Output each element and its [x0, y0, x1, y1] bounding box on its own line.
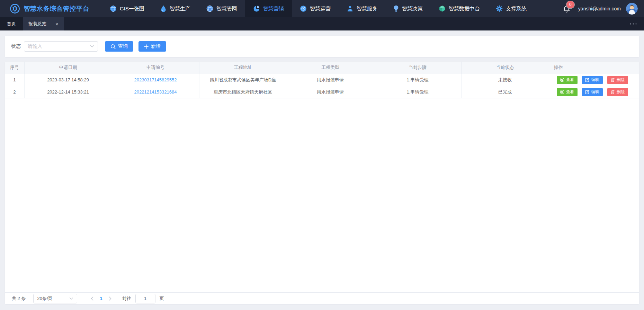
ellipsis-icon — [629, 23, 637, 25]
trash-icon — [610, 90, 615, 94]
chevron-down-icon — [90, 45, 94, 48]
nav-item-smart-marketing[interactable]: 智慧营销 — [245, 0, 292, 17]
nav-item-label: 智慧决策 — [402, 6, 423, 12]
nav-menu: GIS一张图智慧生产智慧管网智慧营销智慧运营智慧服务智慧决策智慧数据中台支撑系统 — [102, 0, 535, 17]
search-button[interactable]: 查询 — [105, 41, 133, 52]
table-wrap: 序号申请日期申请编号工程地址工程类型当前步骤当前状态操作 12023-03-17… — [5, 62, 639, 292]
apply-no-cell: 20221214153321684 — [112, 86, 199, 98]
delete-button-label: 删除 — [617, 89, 625, 95]
applications-table: 序号申请日期申请编号工程地址工程类型当前步骤当前状态操作 12023-03-17… — [5, 62, 639, 98]
step-cell: 1.申请受理 — [374, 86, 461, 98]
pagination-bar: 共 2 条 20条/页 1 前往 页 — [5, 292, 639, 304]
user-email[interactable]: yanshi@admin.com — [578, 6, 621, 11]
view-button[interactable]: 查看 — [557, 88, 578, 96]
tab-home[interactable]: 首页 — [0, 17, 23, 30]
close-icon[interactable]: × — [55, 21, 59, 27]
chevron-down-icon — [69, 297, 73, 300]
column-header: 申请日期 — [24, 62, 112, 74]
nav-item-support-system[interactable]: 支撑系统 — [488, 0, 535, 17]
user-avatar[interactable] — [626, 3, 638, 15]
edit-button[interactable]: 编辑 — [582, 76, 603, 84]
operation-ring-icon — [300, 5, 307, 12]
pie-chart-icon — [253, 5, 260, 12]
column-header: 申请编号 — [112, 62, 199, 74]
status-select[interactable]: 请输入 — [24, 41, 98, 52]
add-button[interactable]: 新增 — [138, 41, 166, 52]
nav-item-label: 智慧运营 — [310, 6, 331, 12]
notification-badge: 0 — [566, 1, 574, 8]
eye-icon — [560, 78, 564, 82]
table-row: 22022-12-14 15:33:2120221214153321684重庆市… — [5, 86, 639, 98]
column-header: 当前状态 — [461, 62, 549, 74]
cube-icon — [439, 5, 446, 12]
edit-icon — [585, 90, 590, 94]
lightbulb-icon — [393, 5, 399, 12]
nav-item-smart-pipe-network[interactable]: 智慧管网 — [198, 0, 245, 17]
address-cell: 重庆市北碚区天府镇天府社区 — [199, 86, 287, 98]
edit-icon — [585, 78, 590, 82]
app-logo-icon — [10, 3, 20, 14]
nav-right: 0 yanshi@admin.com — [563, 0, 644, 17]
table-card: 序号申请日期申请编号工程地址工程类型当前步骤当前状态操作 12023-03-17… — [5, 62, 639, 304]
row-index: 2 — [5, 86, 24, 98]
nav-item-smart-production[interactable]: 智慧生产 — [152, 0, 198, 17]
apply-no-cell: 20230317145829552 — [112, 74, 199, 86]
tab-install-overview[interactable]: 报装总览× — [23, 17, 64, 30]
network-globe-icon — [206, 5, 213, 12]
total-count: 共 2 条 — [12, 295, 26, 302]
row-index: 1 — [5, 74, 24, 86]
status-label: 状态 — [11, 43, 21, 50]
view-button[interactable]: 查看 — [557, 76, 578, 84]
nav-item-label: 支撑系统 — [506, 6, 527, 12]
apply-no-link[interactable]: 20230317145829552 — [134, 77, 177, 82]
table-header-row: 序号申请日期申请编号工程地址工程类型当前步骤当前状态操作 — [5, 62, 639, 74]
nav-item-smart-data-platform[interactable]: 智慧数据中台 — [431, 0, 488, 17]
page-size-select[interactable]: 20条/页 — [33, 294, 77, 303]
delete-button[interactable]: 删除 — [607, 88, 628, 96]
edit-button[interactable]: 编辑 — [582, 88, 603, 96]
address-cell: 四川省成都市武侯区美年广场D座 — [199, 74, 287, 86]
goto-label: 前往 — [122, 295, 131, 302]
tab-bar: 首页报装总览× — [0, 17, 644, 30]
eye-icon — [560, 90, 564, 94]
tab-overflow-button[interactable] — [629, 23, 637, 25]
droplet-icon — [160, 5, 167, 12]
delete-button-label: 删除 — [617, 77, 625, 83]
nav-item-label: 智慧服务 — [357, 6, 377, 12]
prev-page-button[interactable] — [86, 296, 98, 301]
trash-icon — [610, 78, 615, 82]
notification-bell-icon[interactable]: 0 — [563, 5, 570, 13]
chevron-right-icon — [109, 296, 111, 301]
delete-button[interactable]: 删除 — [607, 76, 628, 84]
apply-date-cell: 2023-03-17 14:58:29 — [24, 74, 112, 86]
apply-date-cell: 2022-12-14 15:33:21 — [24, 86, 112, 98]
nav-item-label: GIS一张图 — [120, 6, 144, 12]
page-unit-label: 页 — [160, 295, 164, 302]
globe-icon — [110, 5, 117, 12]
view-button-label: 查看 — [566, 89, 574, 95]
edit-button-label: 编辑 — [591, 89, 600, 95]
nav-item-smart-decision[interactable]: 智慧决策 — [385, 0, 431, 17]
tab-label: 首页 — [7, 21, 16, 27]
column-header: 工程类型 — [287, 62, 374, 74]
current-page[interactable]: 1 — [98, 296, 104, 301]
next-page-button[interactable] — [104, 296, 116, 301]
apply-no-link[interactable]: 20221214153321684 — [134, 89, 177, 95]
nav-item-gis-map[interactable]: GIS一张图 — [102, 0, 152, 17]
actions-cell: 查看编辑删除 — [549, 86, 639, 98]
person-icon — [347, 5, 354, 12]
nav-item-smart-operation[interactable]: 智慧运营 — [292, 0, 339, 17]
chevron-left-icon — [91, 296, 93, 301]
column-header: 序号 — [5, 62, 24, 74]
status-select-placeholder: 请输入 — [28, 43, 42, 50]
actions-cell: 查看编辑删除 — [549, 74, 639, 86]
top-nav: 智慧水务综合管控平台 GIS一张图智慧生产智慧管网智慧营销智慧运营智慧服务智慧决… — [0, 0, 644, 17]
type-cell: 用水报装申请 — [287, 74, 374, 86]
nav-item-smart-service[interactable]: 智慧服务 — [339, 0, 385, 17]
tab-label: 报装总览 — [28, 21, 46, 27]
nav-item-label: 智慧营销 — [263, 6, 284, 12]
status-cell: 未接收 — [461, 74, 549, 86]
goto-page-input[interactable] — [135, 294, 155, 303]
page-size-value: 20条/页 — [37, 295, 52, 302]
nav-item-label: 智慧数据中台 — [449, 6, 480, 12]
